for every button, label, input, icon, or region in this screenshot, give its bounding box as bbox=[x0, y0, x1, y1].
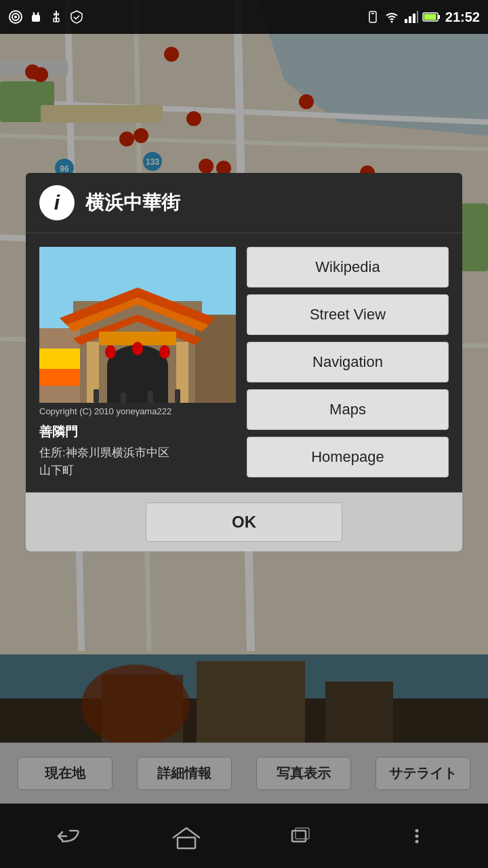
svg-point-20 bbox=[14, 16, 17, 18]
svg-rect-57 bbox=[39, 349, 80, 369]
svg-point-33 bbox=[390, 21, 392, 23]
svg-rect-56 bbox=[175, 389, 180, 403]
status-icons-left bbox=[8, 9, 84, 24]
maps-button[interactable]: Maps bbox=[247, 389, 449, 430]
info-icon: i bbox=[39, 185, 75, 220]
ok-button[interactable]: OK bbox=[146, 502, 342, 542]
shield-icon bbox=[69, 9, 84, 24]
status-time: 21:52 bbox=[445, 9, 480, 25]
battery-icon bbox=[422, 9, 441, 24]
dialog-image-section: Copyright (C) 2010 yoneyama222 善隣門 住所:神奈… bbox=[39, 247, 236, 479]
dialog-body: Copyright (C) 2010 yoneyama222 善隣門 住所:神奈… bbox=[26, 233, 462, 492]
svg-rect-53 bbox=[94, 389, 99, 403]
usb-icon bbox=[49, 9, 64, 24]
target-icon bbox=[8, 9, 23, 24]
svg-rect-36 bbox=[413, 14, 415, 23]
wikipedia-button[interactable]: Wikipedia bbox=[247, 247, 449, 288]
dialog-header: i 横浜中華街 bbox=[26, 173, 462, 233]
svg-point-59 bbox=[105, 345, 116, 359]
svg-rect-35 bbox=[409, 16, 411, 23]
place-address: 住所:神奈川県横浜市中区 山下町 bbox=[39, 444, 236, 479]
navigation-button[interactable]: Navigation bbox=[247, 342, 449, 382]
svg-rect-39 bbox=[424, 14, 436, 20]
image-copyright: Copyright (C) 2010 yoneyama222 bbox=[39, 406, 236, 416]
place-image bbox=[39, 247, 236, 403]
svg-rect-34 bbox=[405, 19, 407, 23]
status-bar: 21:52 bbox=[0, 0, 488, 34]
homepage-button[interactable]: Homepage bbox=[247, 437, 449, 477]
svg-rect-40 bbox=[438, 15, 440, 19]
svg-rect-21 bbox=[32, 15, 40, 22]
svg-rect-58 bbox=[39, 369, 80, 386]
status-icons-right: 21:52 bbox=[365, 9, 480, 25]
svg-rect-55 bbox=[148, 391, 153, 403]
android-icon bbox=[28, 9, 43, 24]
svg-rect-37 bbox=[417, 11, 418, 23]
network-signal-icon bbox=[403, 9, 418, 24]
svg-rect-51 bbox=[107, 366, 168, 403]
place-name: 善隣門 bbox=[39, 423, 236, 441]
info-dialog: i 横浜中華街 bbox=[26, 173, 462, 551]
dialog-action-buttons: Wikipedia Street View Navigation Maps Ho… bbox=[247, 247, 449, 479]
dialog-title: 横浜中華街 bbox=[85, 190, 180, 216]
dialog-footer: OK bbox=[26, 492, 462, 551]
street-view-button[interactable]: Street View bbox=[247, 294, 449, 335]
signal-phone-icon bbox=[365, 9, 380, 24]
svg-rect-54 bbox=[121, 393, 126, 403]
svg-point-61 bbox=[159, 345, 170, 359]
svg-point-60 bbox=[132, 342, 143, 355]
wifi-icon bbox=[384, 9, 399, 24]
